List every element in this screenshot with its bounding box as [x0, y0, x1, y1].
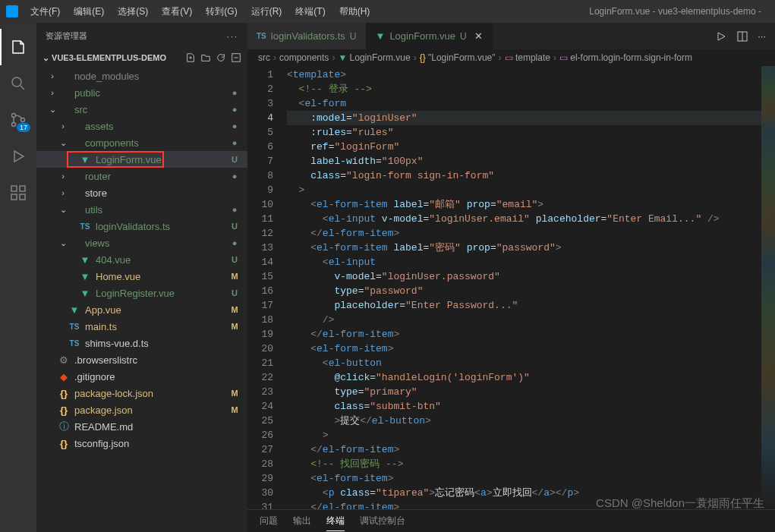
- breadcrumb-item[interactable]: src: [258, 52, 270, 63]
- tree-item[interactable]: {}tsconfig.json: [36, 435, 247, 452]
- menu-item[interactable]: 文件(F): [24, 2, 66, 21]
- breadcrumb-item[interactable]: components: [279, 52, 329, 63]
- breadcrumb-item[interactable]: ▭ template: [505, 52, 550, 63]
- menu-item[interactable]: 选择(S): [112, 2, 154, 21]
- breadcrumb-item[interactable]: ▭ el-form.login-form.sign-in-form: [559, 52, 692, 63]
- search-icon[interactable]: [0, 65, 36, 102]
- menu-item[interactable]: 编辑(E): [68, 2, 110, 21]
- svg-rect-6: [20, 194, 25, 200]
- tree-item[interactable]: ⌄src●: [36, 101, 247, 118]
- tree-item[interactable]: TSshims-vue.d.ts: [36, 335, 247, 351]
- menu-item[interactable]: 查看(V): [156, 2, 198, 21]
- line-gutter: 1234567891011121314151617181920212223242…: [247, 66, 287, 509]
- tree-item[interactable]: {}package-lock.jsonM: [36, 385, 247, 401]
- sidebar-header: 资源管理器 ···: [36, 23, 247, 49]
- more-icon[interactable]: ···: [227, 32, 238, 41]
- tab-more-icon[interactable]: ···: [758, 30, 766, 42]
- editor-area: TSloginValidators.tsU▼LoginForm.vueU✕ ··…: [247, 23, 775, 532]
- minimap[interactable]: [761, 66, 775, 509]
- breadcrumb-item[interactable]: ▼ LoginForm.vue: [338, 52, 410, 63]
- menu-bar: 文件(F)编辑(E)选择(S)查看(V)转到(G)运行(R)终端(T)帮助(H): [24, 2, 376, 21]
- svg-point-3: [21, 118, 25, 122]
- activity-bar: 17: [0, 23, 36, 532]
- code-editor[interactable]: <template> <!-- 登录 --> <el-form :model="…: [287, 66, 761, 509]
- tree-item[interactable]: ▼Home.vueM: [36, 268, 247, 285]
- menu-item[interactable]: 运行(R): [245, 2, 288, 21]
- tree-item[interactable]: ⌄components●: [36, 134, 247, 151]
- scm-badge: 17: [17, 123, 30, 132]
- svg-rect-4: [11, 186, 17, 191]
- explorer-title: 资源管理器: [46, 30, 87, 42]
- run-debug-icon[interactable]: [0, 138, 36, 175]
- source-control-icon[interactable]: 17: [0, 102, 36, 138]
- project-title-row[interactable]: ⌄ VUE3-ELEMENTPLUS-DEMO: [36, 49, 247, 66]
- svg-rect-5: [11, 194, 17, 200]
- menu-item[interactable]: 转到(G): [200, 2, 243, 21]
- close-icon[interactable]: ✕: [474, 30, 483, 42]
- breadcrumbs[interactable]: src›components›▼ LoginForm.vue›{} "Login…: [247, 49, 775, 66]
- tree-item[interactable]: ›router●: [36, 168, 247, 184]
- tree-item[interactable]: ▼App.vueM: [36, 301, 247, 318]
- refresh-icon[interactable]: [216, 52, 226, 63]
- panel-tab[interactable]: 调试控制台: [360, 512, 405, 530]
- tree-item[interactable]: TSmain.tsM: [36, 318, 247, 335]
- run-icon[interactable]: [715, 30, 727, 42]
- vscode-icon: [6, 5, 18, 17]
- tree-item[interactable]: ▼404.vueU: [36, 251, 247, 268]
- svg-point-1: [12, 114, 16, 118]
- sidebar: 资源管理器 ··· ⌄ VUE3-ELEMENTPLUS-DEMO ›node_…: [36, 23, 247, 532]
- panel-tab[interactable]: 问题: [260, 512, 278, 530]
- svg-rect-7: [20, 186, 25, 191]
- tree-item[interactable]: ›store: [36, 184, 247, 201]
- tree-item[interactable]: ▼LoginRegister.vueU: [36, 285, 247, 301]
- tabs-row: TSloginValidators.tsU▼LoginForm.vueU✕ ··…: [247, 23, 775, 49]
- tree-item[interactable]: ▼LoginForm.vueU: [36, 151, 247, 168]
- new-folder-icon[interactable]: [200, 52, 211, 63]
- tree-item[interactable]: ⓘREADME.md: [36, 418, 247, 435]
- explorer-icon[interactable]: [0, 29, 36, 65]
- tree-item[interactable]: ⌄utils●: [36, 201, 247, 218]
- tree-item[interactable]: ›node_modules: [36, 68, 247, 84]
- tree-item[interactable]: ›assets●: [36, 118, 247, 134]
- tree-item[interactable]: ◆.gitignore: [36, 368, 247, 385]
- bottom-panel: 问题输出终端调试控制台: [247, 509, 775, 532]
- menu-item[interactable]: 帮助(H): [333, 2, 376, 21]
- svg-point-2: [12, 123, 16, 127]
- split-icon[interactable]: [736, 30, 748, 42]
- breadcrumb-item[interactable]: {} "LoginForm.vue": [420, 52, 496, 63]
- editor-tab[interactable]: ▼LoginForm.vueU✕: [367, 23, 493, 49]
- extensions-icon[interactable]: [0, 175, 36, 211]
- file-tree: ›node_modules›public●⌄src●›assets●⌄compo…: [36, 66, 247, 532]
- tree-item[interactable]: TSloginValidators.tsU: [36, 218, 247, 235]
- window-title: LoginForm.vue - vue3-elementplus-demo -: [376, 6, 769, 17]
- tree-item[interactable]: {}package.jsonM: [36, 401, 247, 418]
- new-file-icon[interactable]: [185, 52, 196, 63]
- svg-point-0: [12, 77, 21, 87]
- tree-item[interactable]: ⚙.browserslistrc: [36, 351, 247, 368]
- tree-item[interactable]: ›public●: [36, 84, 247, 101]
- title-bar: 文件(F)编辑(E)选择(S)查看(V)转到(G)运行(R)终端(T)帮助(H)…: [0, 0, 775, 23]
- menu-item[interactable]: 终端(T): [289, 2, 331, 21]
- tree-item[interactable]: ⌄views●: [36, 235, 247, 251]
- panel-tab[interactable]: 终端: [326, 512, 345, 531]
- panel-tab[interactable]: 输出: [293, 512, 311, 530]
- editor-tab[interactable]: TSloginValidators.tsU: [247, 23, 367, 49]
- project-name: VUE3-ELEMENTPLUS-DEMO: [52, 53, 166, 62]
- collapse-icon[interactable]: [231, 52, 241, 63]
